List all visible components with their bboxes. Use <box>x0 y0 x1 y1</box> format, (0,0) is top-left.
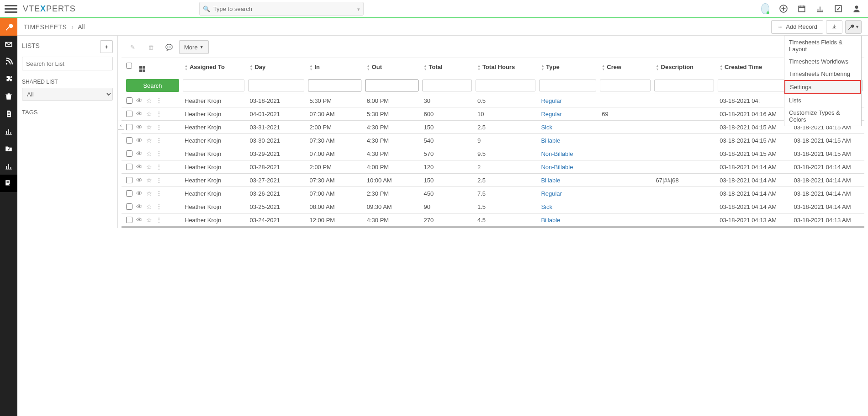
kebab-icon[interactable]: ⋮ <box>156 176 162 184</box>
eye-icon[interactable]: 👁 <box>136 123 143 131</box>
kebab-icon[interactable]: ⋮ <box>156 110 162 117</box>
eye-icon[interactable]: 👁 <box>136 97 143 104</box>
row-checkbox[interactable] <box>126 124 132 130</box>
dropdown-item[interactable]: Timesheets Numbering <box>784 68 861 80</box>
cell-type[interactable]: Regular <box>537 94 598 107</box>
dropdown-item[interactable]: Customize Types & Colors <box>784 107 861 126</box>
column-filter-input[interactable] <box>539 80 596 91</box>
star-icon[interactable]: ☆ <box>146 176 152 184</box>
column-header[interactable]: Total <box>420 58 474 77</box>
column-filter-input[interactable] <box>248 80 304 91</box>
collapse-sidebar-button[interactable]: ‹ <box>118 121 124 130</box>
kebab-icon[interactable]: ⋮ <box>156 97 162 104</box>
rail-bars-icon[interactable] <box>0 123 17 140</box>
kebab-icon[interactable]: ⋮ <box>156 216 162 224</box>
eye-icon[interactable]: 👁 <box>136 176 143 184</box>
star-icon[interactable]: ☆ <box>146 137 152 144</box>
kebab-icon[interactable]: ⋮ <box>156 203 162 210</box>
comment-icon[interactable]: 💬 <box>161 40 177 54</box>
eye-icon[interactable]: 👁 <box>136 163 143 171</box>
cell-type[interactable]: Non-Billable <box>537 160 598 174</box>
dropdown-item[interactable]: Timesheets Fields & Layout <box>784 36 861 55</box>
star-icon[interactable]: ☆ <box>146 123 152 131</box>
eye-icon[interactable]: 👁 <box>136 203 143 210</box>
row-checkbox[interactable] <box>126 111 132 117</box>
column-filter-input[interactable] <box>654 80 715 91</box>
row-checkbox[interactable] <box>126 97 132 104</box>
download-button[interactable] <box>826 20 842 34</box>
cell-type[interactable]: Sick <box>537 121 598 134</box>
rail-bars2-icon[interactable] <box>0 157 17 175</box>
kebab-icon[interactable]: ⋮ <box>156 123 162 131</box>
cell-type[interactable]: Billable <box>537 213 598 228</box>
column-filter-input[interactable] <box>718 80 788 91</box>
column-filter-input[interactable] <box>308 80 361 91</box>
column-filter-input[interactable] <box>365 80 418 91</box>
more-button[interactable]: More ▼ <box>179 40 209 54</box>
kebab-icon[interactable]: ⋮ <box>156 137 162 144</box>
eye-icon[interactable]: 👁 <box>136 137 143 144</box>
wrench-dropdown-button[interactable]: ▼ <box>845 20 862 34</box>
cell-type[interactable]: Regular <box>537 187 598 200</box>
star-icon[interactable]: ☆ <box>146 150 152 157</box>
rail-timesheet-icon[interactable] <box>0 175 17 192</box>
dropdown-item[interactable]: Lists <box>784 94 861 107</box>
calendar-icon[interactable] <box>798 5 806 13</box>
cell-type[interactable]: Regular <box>537 107 598 121</box>
star-icon[interactable]: ☆ <box>146 110 152 117</box>
eye-icon[interactable]: 👁 <box>136 216 143 224</box>
user-icon[interactable] <box>852 5 861 13</box>
kebab-icon[interactable]: ⋮ <box>156 150 162 157</box>
rail-mail-icon[interactable] <box>0 36 17 53</box>
rail-folder-icon[interactable] <box>0 140 17 157</box>
eye-icon[interactable]: 👁 <box>136 190 143 197</box>
column-filter-input[interactable] <box>422 80 472 91</box>
column-filter-input[interactable] <box>183 80 244 91</box>
global-search-input[interactable] <box>199 2 364 16</box>
task-check-icon[interactable] <box>834 5 842 13</box>
rail-puzzle-icon[interactable] <box>0 70 17 88</box>
add-list-button[interactable]: + <box>100 40 113 53</box>
row-checkbox[interactable] <box>126 164 132 170</box>
grid-view-icon[interactable] <box>139 66 146 72</box>
search-button[interactable]: Search <box>126 79 179 92</box>
row-checkbox[interactable] <box>126 150 132 157</box>
shared-list-select[interactable]: All <box>22 88 113 101</box>
row-checkbox[interactable] <box>126 190 132 197</box>
kebab-icon[interactable]: ⋮ <box>156 190 162 197</box>
cell-type[interactable]: Billable <box>537 134 598 147</box>
dropdown-item[interactable]: Settings <box>784 80 861 94</box>
column-header[interactable]: Description <box>652 58 716 77</box>
column-filter-input[interactable] <box>476 80 535 91</box>
breadcrumb-module[interactable]: TIMESHEETS <box>24 23 67 31</box>
dropdown-item[interactable]: Timesheets Workflows <box>784 55 861 68</box>
kebab-icon[interactable]: ⋮ <box>156 163 162 171</box>
rail-document-icon[interactable] <box>0 105 17 123</box>
rail-trash-icon[interactable] <box>0 88 17 105</box>
eye-icon[interactable]: 👁 <box>136 110 143 117</box>
edit-icon[interactable]: ✎ <box>124 40 141 54</box>
search-dropdown-icon[interactable]: ▾ <box>357 6 360 12</box>
column-header[interactable]: In <box>306 58 363 77</box>
rail-wrench-icon[interactable] <box>0 18 17 36</box>
column-header[interactable]: Assigned To <box>181 58 246 77</box>
breadcrumb-sub[interactable]: All <box>78 23 85 31</box>
select-all-checkbox[interactable] <box>126 63 132 69</box>
chart-icon[interactable] <box>816 5 824 13</box>
eye-icon[interactable]: 👁 <box>136 150 143 157</box>
row-checkbox[interactable] <box>126 203 132 210</box>
star-icon[interactable]: ☆ <box>146 203 152 210</box>
cell-type[interactable]: Non-Billable <box>537 147 598 160</box>
star-icon[interactable]: ☆ <box>146 190 152 197</box>
star-icon[interactable]: ☆ <box>146 163 152 171</box>
cell-type[interactable]: Billable <box>537 174 598 187</box>
list-search-input[interactable] <box>22 57 113 70</box>
cell-type[interactable]: Sick <box>537 200 598 213</box>
row-checkbox[interactable] <box>126 217 132 223</box>
row-checkbox[interactable] <box>126 137 132 144</box>
column-header[interactable]: Out <box>363 58 420 77</box>
column-header[interactable]: Created Time <box>716 58 790 77</box>
avatar-icon[interactable] <box>761 5 769 13</box>
column-header[interactable]: Day <box>246 58 306 77</box>
row-checkbox[interactable] <box>126 177 132 183</box>
